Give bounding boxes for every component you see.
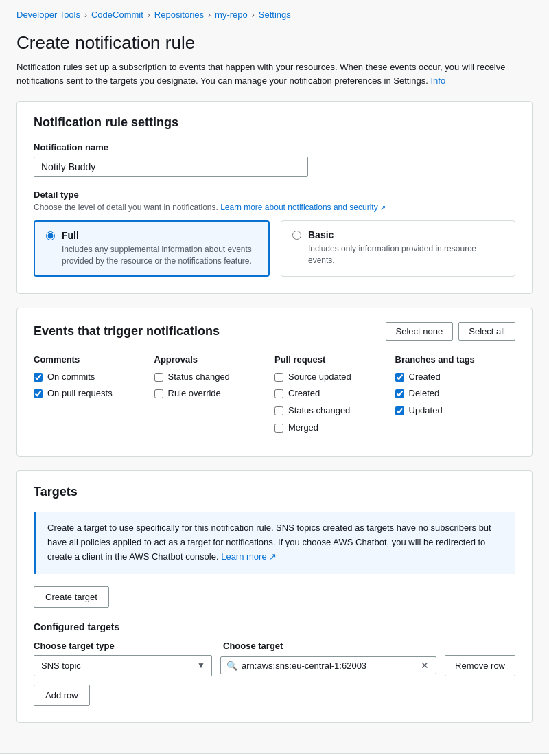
- events-grid: Comments On commits On pull requests App…: [34, 354, 515, 440]
- targets-card: Targets Create a target to use specifica…: [16, 470, 533, 722]
- info-link[interactable]: Info: [430, 76, 445, 86]
- breadcrumb-settings[interactable]: Settings: [259, 10, 291, 20]
- notification-settings-card: Notification rule settings Notification …: [16, 101, 533, 294]
- checkbox-on-commits[interactable]: On commits: [34, 371, 143, 383]
- clear-icon[interactable]: ✕: [419, 660, 430, 671]
- checkbox-branch-updated[interactable]: Updated: [395, 405, 505, 417]
- notification-settings-title: Notification rule settings: [34, 115, 515, 130]
- external-link-icon: ↗: [380, 204, 386, 211]
- checkbox-pr-status-changed-label: Status changed: [288, 405, 350, 417]
- target-type-select[interactable]: SNS topic AWS Chatbot (Slack) AWS Chatbo…: [34, 655, 212, 676]
- targets-title: Targets: [34, 485, 515, 499]
- radio-full-desc: Includes any supplemental information ab…: [62, 244, 257, 267]
- configured-targets-title: Configured targets: [34, 621, 515, 632]
- checkbox-on-pull-requests-input[interactable]: [34, 389, 43, 398]
- targets-description: Create a target to use specifically for …: [34, 512, 515, 573]
- checkbox-rule-override-label: Rule override: [168, 388, 221, 400]
- breadcrumb: Developer Tools › CodeCommit › Repositor…: [0, 0, 549, 27]
- add-row-button[interactable]: Add row: [34, 685, 90, 706]
- target-value-col-label: Choose target: [223, 641, 515, 651]
- breadcrumb-sep-4: ›: [252, 10, 255, 20]
- checkbox-on-commits-label: On commits: [47, 371, 95, 383]
- checkbox-branch-deleted-input[interactable]: [395, 389, 404, 398]
- checkbox-approvals-status-changed-input[interactable]: [154, 373, 163, 382]
- checkbox-pr-created[interactable]: Created: [274, 388, 384, 400]
- breadcrumb-my-repo[interactable]: my-repo: [215, 10, 248, 20]
- learn-more-link[interactable]: Learn more about notifications and secur…: [220, 203, 386, 212]
- radio-basic-desc: Includes only information provided in re…: [308, 243, 504, 266]
- events-buttons: Select none Select all: [386, 322, 515, 341]
- target-value-search-wrapper[interactable]: 🔍 ✕: [220, 656, 436, 674]
- checkbox-pr-source-updated-input[interactable]: [274, 373, 283, 382]
- checkbox-pr-created-input[interactable]: [274, 389, 283, 398]
- checkbox-approvals-status-changed-label: Status changed: [168, 371, 230, 383]
- breadcrumb-developer-tools[interactable]: Developer Tools: [16, 10, 80, 20]
- checkbox-pr-created-label: Created: [288, 388, 320, 400]
- notification-name-label: Notification name: [34, 142, 515, 152]
- search-icon: 🔍: [226, 661, 237, 671]
- events-col-comments: Comments On commits On pull requests: [34, 354, 154, 440]
- radio-full-title: Full: [62, 230, 257, 241]
- events-col-pullrequest: Pull request Source updated Created Stat…: [274, 354, 395, 440]
- events-col-branches: Branches and tags Created Deleted Update…: [395, 354, 516, 440]
- checkbox-pr-source-updated[interactable]: Source updated: [274, 371, 384, 383]
- events-col-title-comments: Comments: [34, 354, 143, 365]
- footer: Cancel Submit: [0, 753, 549, 756]
- detail-type-radio-group: Full Includes any supplemental informati…: [34, 220, 515, 277]
- radio-basic-input[interactable]: [292, 231, 301, 240]
- radio-option-full[interactable]: Full Includes any supplemental informati…: [34, 220, 270, 277]
- select-all-button[interactable]: Select all: [458, 322, 515, 341]
- events-col-title-approvals: Approvals: [154, 354, 264, 365]
- checkbox-pr-status-changed[interactable]: Status changed: [274, 405, 384, 417]
- breadcrumb-codecommit[interactable]: CodeCommit: [91, 10, 143, 20]
- radio-full-content: Full Includes any supplemental informati…: [62, 230, 257, 267]
- targets-learn-more-link[interactable]: Learn more ↗: [221, 551, 277, 562]
- checkbox-on-pull-requests[interactable]: On pull requests: [34, 388, 143, 400]
- breadcrumb-sep-3: ›: [208, 10, 211, 20]
- page-title: Create notification rule: [0, 27, 549, 60]
- breadcrumb-sep-2: ›: [148, 10, 150, 20]
- create-target-button[interactable]: Create target: [34, 586, 109, 608]
- checkbox-branch-updated-label: Updated: [409, 405, 443, 417]
- select-none-button[interactable]: Select none: [386, 322, 454, 341]
- radio-option-basic[interactable]: Basic Includes only information provided…: [281, 220, 515, 277]
- target-row-labels: Choose target type Choose target: [34, 641, 515, 651]
- target-value-input[interactable]: [242, 661, 419, 671]
- radio-basic-content: Basic Includes only information provided…: [308, 229, 504, 266]
- events-card: Events that trigger notifications Select…: [16, 308, 533, 457]
- events-title: Events that trigger notifications: [34, 324, 220, 339]
- checkbox-branch-deleted-label: Deleted: [409, 388, 440, 400]
- events-col-approvals: Approvals Status changed Rule override: [154, 354, 275, 440]
- checkbox-pr-source-updated-label: Source updated: [288, 371, 351, 383]
- checkbox-approvals-status-changed[interactable]: Status changed: [154, 371, 264, 383]
- checkbox-branch-created-label: Created: [409, 371, 441, 383]
- checkbox-rule-override-input[interactable]: [154, 389, 163, 398]
- detail-type-label: Detail type: [34, 190, 515, 200]
- checkbox-on-commits-input[interactable]: [34, 373, 43, 382]
- detail-type-sublabel: Choose the level of detail you want in n…: [34, 203, 515, 212]
- checkbox-pr-merged-input[interactable]: [274, 424, 283, 433]
- target-row: SNS topic AWS Chatbot (Slack) AWS Chatbo…: [34, 655, 515, 676]
- events-col-title-pullrequest: Pull request: [274, 354, 384, 365]
- target-type-select-wrapper: SNS topic AWS Chatbot (Slack) AWS Chatbo…: [34, 655, 212, 676]
- checkbox-pr-merged[interactable]: Merged: [274, 422, 384, 434]
- target-type-col-label: Choose target type: [34, 641, 212, 651]
- checkbox-branch-created-input[interactable]: [395, 373, 404, 382]
- detail-type-section: Detail type Choose the level of detail y…: [34, 190, 515, 277]
- events-header: Events that trigger notifications Select…: [34, 322, 515, 341]
- checkbox-branch-created[interactable]: Created: [395, 371, 505, 383]
- checkbox-pr-merged-label: Merged: [288, 422, 318, 434]
- checkbox-rule-override[interactable]: Rule override: [154, 388, 264, 400]
- breadcrumb-sep-1: ›: [84, 10, 87, 20]
- remove-row-button[interactable]: Remove row: [445, 655, 515, 676]
- events-col-title-branches: Branches and tags: [395, 354, 505, 365]
- checkbox-branch-deleted[interactable]: Deleted: [395, 388, 505, 400]
- checkbox-pr-status-changed-input[interactable]: [274, 406, 283, 415]
- external-link-icon-2: ↗: [269, 551, 277, 562]
- page-description: Notification rules set up a subscription…: [0, 60, 549, 101]
- notification-name-input[interactable]: [34, 157, 308, 177]
- breadcrumb-repositories[interactable]: Repositories: [154, 10, 204, 20]
- checkbox-branch-updated-input[interactable]: [395, 406, 404, 415]
- radio-basic-title: Basic: [308, 229, 504, 240]
- radio-full-input[interactable]: [46, 231, 55, 240]
